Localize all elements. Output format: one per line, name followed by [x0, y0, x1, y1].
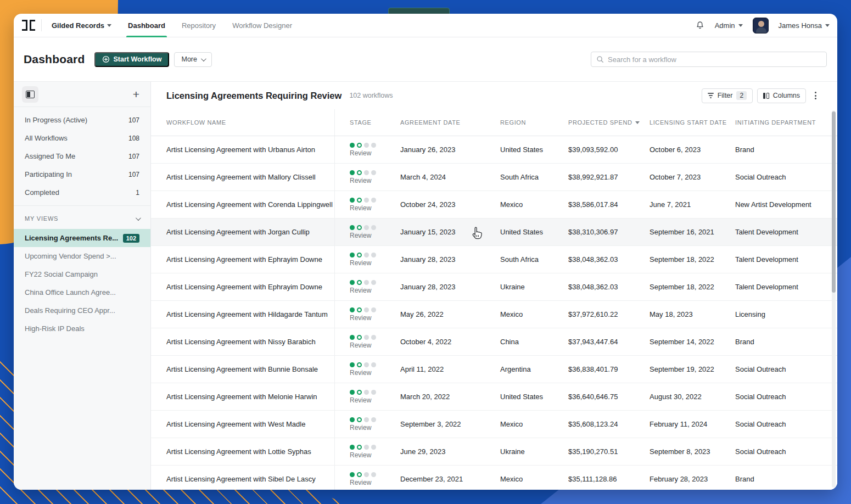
stage-progress-dots — [350, 143, 400, 148]
nav-divider — [41, 19, 42, 31]
cell-region: Ukraine — [500, 283, 568, 291]
table-row[interactable]: Artist Licensing Agreement with Jorgan C… — [151, 219, 837, 246]
notifications-bell-icon[interactable] — [695, 20, 705, 30]
stage-label: Review — [350, 204, 400, 212]
cell-agreement-date: June 29, 2023 — [400, 447, 500, 456]
view-item-badge: 102 — [123, 234, 139, 243]
cell-licensing-start-date: September 18, 2022 — [650, 255, 735, 264]
cell-licensing-start-date: September 16, 2021 — [650, 228, 735, 236]
workflow-search[interactable] — [591, 52, 827, 67]
cell-licensing-start-date: June 7, 2021 — [650, 200, 735, 209]
admin-menu[interactable]: Admin — [715, 21, 743, 30]
stage-label: Review — [350, 396, 400, 404]
table-row[interactable]: Artist Licensing Agreement with Urbanus … — [151, 136, 837, 164]
column-header-region[interactable]: REGION — [500, 119, 568, 126]
sidebar-default-list: In Progress (Active) 107 All Workflows 1… — [14, 107, 150, 206]
page-title: Dashboard — [24, 53, 85, 66]
sidebar-item[interactable]: In Progress (Active) 107 — [14, 111, 150, 129]
sidebar-item[interactable]: Participating In 107 — [14, 165, 150, 183]
table-row[interactable]: Artist Licensing Agreement with Corenda … — [151, 191, 837, 219]
stage-progress-dots — [350, 280, 400, 285]
column-header-licensing-start-date[interactable]: LICENSING START DATE — [650, 119, 735, 126]
tab-workflow-designer[interactable]: Workflow Designer — [232, 21, 292, 30]
stage-label: Review — [350, 287, 400, 294]
cell-workflow-name: Artist Licensing Agreement with Urbanus … — [151, 136, 335, 163]
stage-label: Review — [350, 424, 400, 432]
cell-stage: Review — [335, 362, 400, 377]
view-item-label: Licensing Agreements Re... — [25, 234, 118, 242]
user-menu[interactable]: James Honsa — [779, 21, 830, 30]
top-navigation: Gilded Records Dashboard Repository Work… — [14, 14, 837, 37]
table-row[interactable]: Artist Licensing Agreement with Melonie … — [151, 383, 837, 411]
sidebar-view-item[interactable]: China Office Launch Agree... — [14, 283, 150, 301]
columns-label: Columns — [773, 92, 800, 99]
sidebar-item[interactable]: Completed 1 — [14, 183, 150, 201]
column-header-workflow-name[interactable]: WORKFLOW NAME — [151, 109, 335, 136]
table-row[interactable]: Artist Licensing Agreement with Mallory … — [151, 164, 837, 191]
add-view-button[interactable]: + — [133, 88, 139, 100]
filter-button[interactable]: Filter 2 — [702, 88, 753, 103]
table-row[interactable]: Artist Licensing Agreement with Sibel De… — [151, 466, 837, 490]
more-options-kebab-icon[interactable] — [810, 88, 821, 103]
stage-label: Review — [350, 314, 400, 322]
sidebar-item-label: Participating In — [25, 170, 72, 178]
table-row[interactable]: Artist Licensing Agreement with West Mad… — [151, 411, 837, 438]
start-workflow-label: Start Workflow — [114, 55, 162, 63]
sidebar-item-label: Assigned To Me — [25, 152, 75, 160]
sidebar-item[interactable]: All Workflows 108 — [14, 129, 150, 147]
cell-workflow-name: Artist Licensing Agreement with West Mad… — [151, 411, 335, 438]
table-row[interactable]: Artist Licensing Agreement with Ephrayim… — [151, 246, 837, 273]
tab-dashboard[interactable]: Dashboard — [128, 14, 165, 37]
cell-stage: Review — [335, 445, 400, 459]
search-input[interactable] — [608, 55, 821, 64]
column-header-agreement-date[interactable]: AGREEMENT DATE — [400, 119, 500, 126]
vertical-scrollbar-track[interactable] — [832, 110, 836, 488]
table-row[interactable]: Artist Licensing Agreement with Bunnie B… — [151, 356, 837, 383]
my-views-header[interactable]: MY VIEWS — [14, 208, 150, 229]
table-row[interactable]: Artist Licensing Agreement with Nissy Ba… — [151, 328, 837, 356]
cell-licensing-start-date: May 18, 2023 — [650, 310, 735, 318]
table-row[interactable]: Artist Licensing Agreement with Ephrayim… — [151, 273, 837, 301]
cell-workflow-name: Artist Licensing Agreement with Melonie … — [151, 383, 335, 410]
chevron-down-icon — [201, 56, 206, 61]
company-menu[interactable]: Gilded Records — [52, 21, 111, 30]
plus-circle-icon — [102, 55, 110, 63]
stage-progress-dots — [350, 417, 400, 422]
table-row[interactable]: Artist Licensing Agreement with Hildagar… — [151, 301, 837, 328]
table-row[interactable]: Artist Licensing Agreement with Lottie S… — [151, 438, 837, 466]
view-item-label: China Office Launch Agree... — [25, 288, 116, 296]
sidebar-view-item[interactable]: Licensing Agreements Re... 102 — [14, 229, 150, 247]
more-button[interactable]: More — [174, 52, 211, 67]
sidebar-item[interactable]: Assigned To Me 107 — [14, 147, 150, 165]
stage-progress-dots — [350, 225, 400, 230]
stage-progress-dots — [350, 472, 400, 477]
content-area: + In Progress (Active) 107 All Workflows… — [14, 81, 837, 490]
collapse-sidebar-button[interactable] — [22, 86, 38, 103]
columns-button[interactable]: Columns — [757, 88, 806, 103]
panel-collapse-icon — [26, 91, 35, 98]
sidebar-item-count: 108 — [128, 135, 139, 142]
column-header-stage[interactable]: STAGE — [335, 119, 400, 126]
stage-progress-dots — [350, 307, 400, 312]
sidebar-view-item[interactable]: Upcoming Vendor Spend >... — [14, 247, 150, 265]
vertical-scrollbar-thumb[interactable] — [832, 111, 836, 293]
stage-label: Review — [350, 369, 400, 377]
app-logo-icon[interactable] — [20, 19, 37, 32]
start-workflow-button[interactable]: Start Workflow — [94, 52, 170, 67]
stage-label: Review — [350, 451, 400, 459]
cell-department: Social Outreach — [735, 365, 837, 373]
column-header-initiating-department[interactable]: INITIATING DEPARTMENT — [735, 119, 837, 126]
sidebar-view-item[interactable]: FY22 Social Campaign — [14, 265, 150, 283]
sidebar-view-item[interactable]: High-Risk IP Deals — [14, 320, 150, 338]
sidebar-views-list: Licensing Agreements Re... 102 Upcoming … — [14, 229, 150, 338]
cell-department: Talent Development — [735, 228, 837, 236]
cell-agreement-date: March 20, 2022 — [400, 393, 500, 401]
user-name: James Honsa — [779, 21, 822, 30]
cell-department: Talent Development — [735, 283, 837, 291]
user-avatar[interactable] — [753, 18, 769, 33]
sidebar-view-item[interactable]: Deals Requiring CEO Appr... — [14, 301, 150, 320]
cell-department: Licensing — [735, 310, 837, 318]
tab-repository[interactable]: Repository — [182, 21, 216, 30]
column-header-projected-spend[interactable]: PROJECTED SPEND — [568, 119, 650, 126]
cell-region: Mexico — [500, 475, 568, 483]
